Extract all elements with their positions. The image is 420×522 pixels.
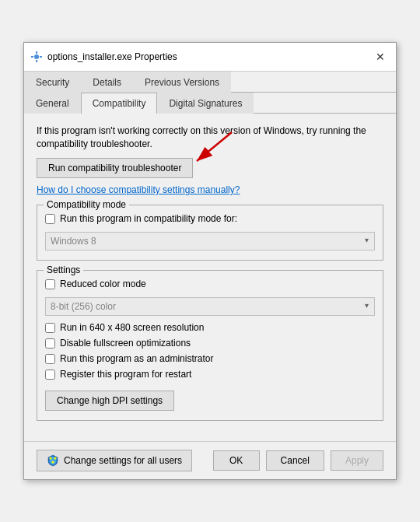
- reduced-color-label: Reduced color mode: [60, 279, 146, 289]
- tab-general[interactable]: General: [24, 93, 81, 114]
- apply-button[interactable]: Apply: [331, 450, 383, 471]
- svg-point-7: [50, 457, 52, 460]
- 640x480-row: Run in 640 x 480 screen resolution: [45, 322, 375, 333]
- svg-rect-1: [36, 51, 37, 54]
- tabs-row-1: Security Details Previous Versions: [24, 72, 396, 93]
- close-button[interactable]: ✕: [371, 47, 390, 66]
- svg-rect-3: [31, 56, 33, 58]
- change-settings-label: Change settings for all users: [64, 455, 182, 466]
- compat-mode-select-wrapper: Windows 8: [45, 229, 375, 250]
- tab-security[interactable]: Security: [24, 72, 81, 93]
- info-text: If this program isn't working correctly …: [37, 124, 383, 151]
- svg-point-8: [54, 457, 57, 460]
- reduced-color-checkbox[interactable]: [45, 279, 55, 289]
- register-restart-row: Register this program for restart: [45, 369, 375, 380]
- app-icon: [30, 51, 43, 63]
- compat-mode-checkbox[interactable]: [45, 214, 55, 224]
- compat-mode-select[interactable]: Windows 8: [45, 232, 375, 250]
- reduced-color-row: Reduced color mode: [45, 279, 375, 289]
- disable-fullscreen-checkbox[interactable]: [45, 338, 55, 349]
- properties-window: options_installer.exe Properties ✕ Secur…: [23, 42, 397, 481]
- 640x480-label: Run in 640 x 480 screen resolution: [60, 322, 204, 333]
- ok-button[interactable]: OK: [213, 450, 260, 471]
- svg-rect-4: [40, 56, 42, 58]
- run-as-admin-label: Run this program as an administrator: [60, 353, 213, 364]
- 640x480-checkbox[interactable]: [45, 323, 55, 333]
- svg-point-0: [34, 54, 39, 59]
- tab-previous-versions[interactable]: Previous Versions: [133, 72, 231, 93]
- compat-mode-label: Compatibility mode: [44, 199, 129, 210]
- settings-group-label: Settings: [44, 265, 83, 275]
- svg-rect-2: [36, 60, 37, 62]
- run-troubleshooter-button[interactable]: Run compatibility troubleshooter: [37, 158, 193, 178]
- color-mode-select-wrapper: 8-bit (256) color: [45, 294, 375, 316]
- how-to-link[interactable]: How do I choose compatibility settings m…: [37, 184, 383, 195]
- svg-point-9: [52, 461, 54, 464]
- title-bar-left: options_installer.exe Properties: [30, 51, 177, 63]
- tabs-row-2: General Compatibility Digital Signatures: [24, 93, 396, 114]
- disable-fullscreen-label: Disable fullscreen optimizations: [60, 338, 191, 349]
- change-dpi-button[interactable]: Change high DPI settings: [45, 391, 174, 411]
- register-restart-checkbox[interactable]: [45, 370, 55, 380]
- run-btn-container: Run compatibility troubleshooter: [37, 158, 193, 184]
- tab-details[interactable]: Details: [81, 72, 133, 93]
- register-restart-label: Register this program for restart: [60, 369, 191, 380]
- compat-mode-checkbox-label: Run this program in compatibility mode f…: [60, 213, 237, 224]
- change-settings-button[interactable]: Change settings for all users: [37, 450, 192, 471]
- cancel-button[interactable]: Cancel: [266, 450, 324, 471]
- tab-digital-signatures[interactable]: Digital Signatures: [157, 93, 254, 114]
- run-as-admin-row: Run this program as an administrator: [45, 353, 375, 364]
- content-area: If this program isn't working correctly …: [24, 114, 396, 442]
- run-as-admin-checkbox[interactable]: [45, 354, 55, 364]
- window-title: options_installer.exe Properties: [47, 51, 177, 62]
- footer: Change settings for all users OK Cancel …: [24, 441, 396, 479]
- tab-compatibility[interactable]: Compatibility: [81, 93, 158, 114]
- settings-group: Settings Reduced color mode 8-bit (256) …: [37, 270, 383, 421]
- compat-mode-checkbox-row: Run this program in compatibility mode f…: [45, 213, 375, 224]
- color-mode-select[interactable]: 8-bit (256) color: [45, 297, 375, 316]
- disable-fullscreen-row: Disable fullscreen optimizations: [45, 338, 375, 349]
- shield-icon: [47, 454, 59, 467]
- title-bar: options_installer.exe Properties ✕: [24, 43, 396, 72]
- footer-actions: OK Cancel Apply: [213, 450, 383, 471]
- compatibility-mode-group: Compatibility mode Run this program in c…: [37, 205, 383, 261]
